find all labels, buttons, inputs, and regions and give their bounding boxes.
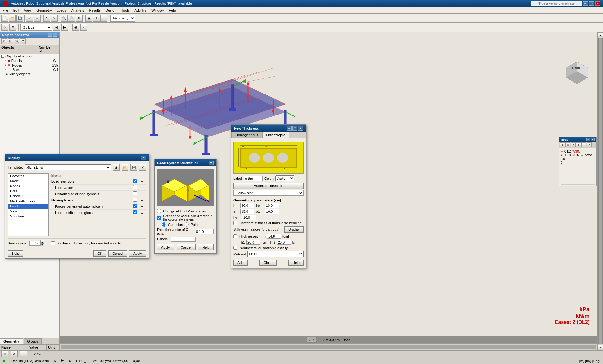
display-help-btn[interactable]: Help	[8, 250, 23, 257]
scroll-up-btn[interactable]: ▲	[598, 32, 603, 37]
lso-cartesian-radio[interactable]	[162, 222, 166, 227]
lso-change-z-check[interactable]	[157, 209, 161, 213]
nt-close-btn[interactable]: Close	[259, 260, 276, 266]
nt-maximize[interactable]: □	[292, 126, 297, 131]
lso-apply-btn[interactable]: Apply	[157, 244, 174, 250]
undo-btn[interactable]: ↩	[26, 15, 33, 22]
zoom-all-btn[interactable]: ⊞	[76, 15, 83, 22]
lso-close-x[interactable]: ✕	[209, 161, 214, 165]
nt-th1-input[interactable]	[246, 240, 260, 245]
lso-dialog-title[interactable]: Local System Orientation ✕	[155, 159, 216, 166]
scroll-track[interactable]	[598, 38, 603, 344]
panel-tool-3[interactable]: 🔍	[14, 38, 19, 44]
lso-help-btn[interactable]: Help	[198, 244, 214, 250]
maximize-button[interactable]: □	[589, 1, 594, 6]
template-select[interactable]: Standard	[25, 164, 111, 170]
scroll-down-btn[interactable]: ▼	[598, 345, 603, 350]
nt-thicknesses-check[interactable]	[233, 234, 237, 238]
panel-close[interactable]: ✕	[53, 33, 57, 37]
tmpl-btn-1[interactable]: ◉	[113, 164, 120, 171]
display-cancel-btn[interactable]: Cancel	[108, 250, 127, 257]
ri-btn-2[interactable]: ◉	[565, 142, 570, 147]
check-uniform-size[interactable]	[133, 191, 137, 195]
spin-up[interactable]: ▲	[40, 240, 44, 243]
case-dropdown[interactable]: 2 : DL2	[20, 24, 52, 31]
nt-a-input[interactable]	[240, 209, 254, 214]
spin-down[interactable]: ▼	[40, 243, 44, 246]
nt-th-input[interactable]	[267, 234, 281, 239]
right-info-title[interactable]: ness ─ ✕	[559, 137, 596, 142]
panel-minimize[interactable]: ─	[48, 33, 52, 37]
load-btn[interactable]: ⬦	[80, 24, 87, 31]
list-nodes[interactable]: Nodes	[8, 184, 48, 189]
canvas-scrollbar-h[interactable]	[60, 343, 597, 350]
expand-panels[interactable]: +	[4, 59, 7, 62]
check-moving-loads[interactable]	[133, 198, 137, 202]
bottom-btn-1[interactable]: ⊞	[1, 351, 8, 357]
ri-close[interactable]: ✕	[591, 138, 595, 141]
nt-close[interactable]: ✕	[298, 126, 303, 131]
zoom-in-btn[interactable]: 🔍	[61, 15, 68, 22]
symbol-size-input[interactable]	[29, 241, 40, 246]
nt-hc-input[interactable]	[265, 203, 279, 208]
menu-help[interactable]: Help	[166, 8, 178, 13]
menu-view[interactable]: View	[22, 8, 34, 13]
list-bars[interactable]: Bars	[8, 189, 48, 194]
nt-th2-input[interactable]	[277, 240, 291, 245]
bottom-btn-3[interactable]: ☰	[20, 351, 27, 357]
delete-btn[interactable]: ✕	[51, 15, 58, 22]
display-attrs-only-check[interactable]	[51, 241, 55, 245]
lso-define-x-check[interactable]	[157, 216, 161, 220]
search-box[interactable]: Type a keyword or phrase	[531, 1, 582, 6]
obj-row-model[interactable]: - Objects of a model	[0, 54, 59, 58]
menu-geometry[interactable]: Geometry	[34, 8, 54, 13]
nt-tab-homogeneous[interactable]: Homogeneous	[231, 132, 262, 138]
panel-tool-1[interactable]: ↩	[1, 38, 7, 44]
display-dialog-title[interactable]: Display ✕	[5, 154, 149, 161]
nt-material-select[interactable]: B10	[247, 251, 304, 257]
ri-btn-6[interactable]: ⊙	[587, 142, 592, 147]
nt-ho-input[interactable]	[242, 215, 256, 220]
redo-btn[interactable]: ↪	[34, 15, 41, 22]
tmpl-btn-4[interactable]: ✕	[139, 164, 146, 171]
nt-dialog-title[interactable]: New Thickness ─ □ ✕	[231, 125, 306, 132]
close-button[interactable]: ✕	[595, 1, 600, 6]
list-model[interactable]: Model	[8, 179, 48, 184]
check-forces-auto[interactable]	[133, 204, 137, 208]
viewfront-btn[interactable]: ⊢	[100, 15, 107, 22]
nt-auto-direction-btn[interactable]: Automatic direction	[233, 183, 304, 189]
nt-color-select[interactable]: Auto	[275, 175, 294, 181]
ri-btn-3[interactable]: ⊕	[571, 142, 576, 147]
display-ok-btn[interactable]: OK	[93, 250, 106, 257]
display-apply-btn[interactable]: Apply	[129, 250, 146, 257]
menu-tools[interactable]: Tools	[119, 8, 132, 13]
check-load-dist[interactable]	[133, 210, 137, 214]
ri-btn-4[interactable]: ⊗	[576, 142, 581, 147]
ri-minimize[interactable]: ─	[586, 138, 590, 141]
panel-tool-help[interactable]: ?	[20, 38, 26, 44]
bottom-btn-2[interactable]: ◈	[11, 351, 18, 357]
ortho-btn[interactable]: ⊕	[9, 24, 16, 31]
expand-bars[interactable]: +	[4, 68, 7, 71]
menu-file[interactable]: File	[0, 8, 11, 13]
menu-analysis[interactable]: Analysis	[69, 8, 87, 13]
nt-found-check[interactable]	[233, 246, 237, 250]
nt-add-btn[interactable]: Add	[233, 260, 248, 266]
ri-btn-5[interactable]: ☰	[581, 142, 586, 147]
lso-direction-input[interactable]	[195, 229, 214, 234]
zoom-out-btn[interactable]: 🔍	[68, 15, 75, 22]
list-panels[interactable]: Panels / FE	[8, 194, 48, 199]
nt-minimize[interactable]: ─	[287, 126, 292, 131]
expand-model[interactable]: -	[1, 55, 4, 58]
nt-disregard-check[interactable]	[233, 221, 237, 225]
obj-row-aux[interactable]: Auxiliary objects	[0, 72, 59, 76]
display-dialog-close[interactable]: ✕	[141, 156, 146, 160]
new-btn[interactable]: 📄	[1, 15, 8, 22]
nt-display-btn[interactable]: Display	[284, 226, 304, 233]
obj-row-nodes[interactable]: + ✕ Nodes 0/35	[0, 63, 59, 67]
list-view[interactable]: View	[8, 209, 48, 214]
obj-row-bars[interactable]: + — Bars 0/4	[0, 67, 59, 72]
list-mark[interactable]: Mark with colors	[8, 199, 48, 204]
menu-results[interactable]: Results	[87, 8, 103, 13]
nt-h-input[interactable]	[240, 203, 254, 208]
